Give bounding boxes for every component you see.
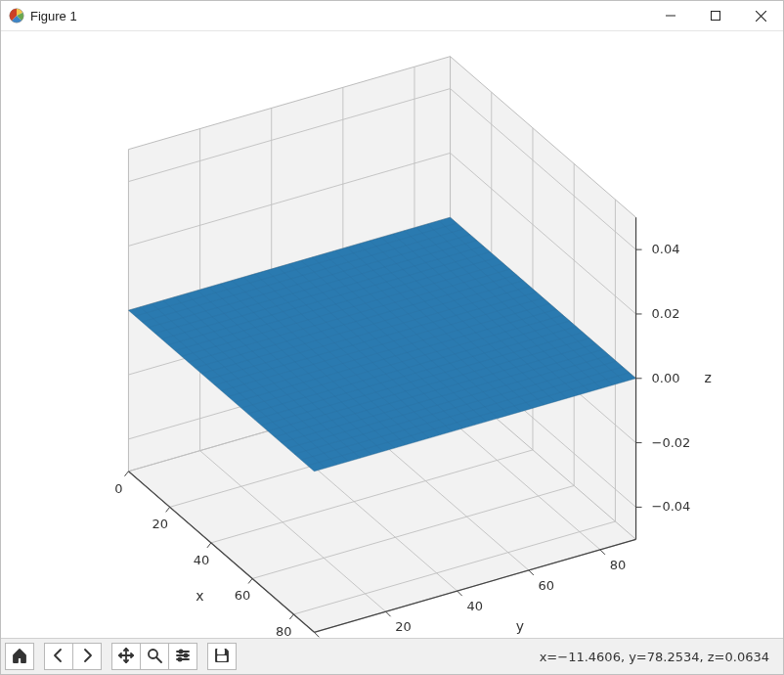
forward-button[interactable] — [72, 643, 102, 670]
svg-line-145 — [156, 657, 161, 662]
close-button[interactable] — [738, 1, 783, 30]
move-icon — [118, 648, 134, 666]
svg-line-115 — [248, 578, 252, 583]
toolbar-group-view — [111, 643, 197, 670]
save-icon — [214, 648, 230, 666]
axes-3d: 020406080020406080−0.04−0.020.000.020.04… — [1, 31, 783, 640]
svg-line-121 — [386, 611, 391, 616]
svg-text:−0.04: −0.04 — [652, 499, 691, 514]
svg-rect-2 — [712, 12, 720, 21]
toolbar-group-save — [207, 643, 237, 670]
svg-line-127 — [600, 550, 605, 555]
home-icon — [12, 648, 27, 666]
back-button[interactable] — [44, 643, 73, 670]
svg-text:−0.02: −0.02 — [652, 435, 691, 450]
svg-line-125 — [529, 570, 534, 575]
svg-line-113 — [207, 543, 211, 548]
svg-text:60: 60 — [235, 588, 251, 603]
pan-button[interactable] — [111, 643, 141, 670]
svg-line-109 — [124, 472, 128, 476]
configure-subplots-button[interactable] — [168, 643, 197, 670]
window-title: Figure 1 — [30, 9, 77, 23]
titlebar[interactable]: Figure 1 — [1, 1, 783, 31]
plot-canvas[interactable]: 020406080020406080−0.04−0.020.000.020.04… — [1, 31, 783, 638]
navigation-toolbar: x=−11.4606, y=78.2534, z=0.0634 — [1, 638, 783, 674]
arrow-right-icon — [79, 648, 95, 666]
toolbar-group-home — [5, 643, 34, 670]
svg-rect-153 — [218, 656, 226, 660]
svg-text:20: 20 — [152, 517, 168, 531]
svg-text:0.02: 0.02 — [652, 306, 680, 321]
minimize-button[interactable] — [648, 1, 693, 30]
svg-text:z: z — [705, 370, 712, 385]
svg-text:0.04: 0.04 — [652, 242, 680, 256]
coord-readout: x=−11.4606, y=78.2534, z=0.0634 — [540, 650, 779, 664]
svg-text:x: x — [196, 588, 203, 604]
svg-line-123 — [457, 591, 462, 596]
svg-line-111 — [166, 507, 170, 512]
toolbar-group-nav — [44, 643, 102, 670]
svg-text:40: 40 — [194, 553, 210, 567]
svg-text:60: 60 — [539, 578, 555, 593]
svg-text:y: y — [516, 618, 524, 634]
zoom-button[interactable] — [140, 643, 169, 670]
svg-text:20: 20 — [395, 619, 412, 634]
app-window: Figure 1 020406080020406080−0.04−0.020.0… — [0, 0, 784, 675]
sliders-icon — [175, 648, 191, 666]
svg-rect-152 — [218, 650, 224, 653]
svg-text:0: 0 — [114, 481, 122, 496]
save-button[interactable] — [207, 643, 237, 670]
matplotlib-icon — [9, 8, 24, 23]
svg-text:80: 80 — [610, 558, 627, 572]
svg-text:40: 40 — [466, 599, 483, 613]
svg-text:0.00: 0.00 — [652, 371, 680, 385]
svg-line-119 — [314, 632, 319, 637]
home-button[interactable] — [5, 643, 34, 670]
maximize-button[interactable] — [693, 1, 738, 30]
svg-line-117 — [289, 614, 293, 619]
zoom-icon — [147, 648, 162, 666]
svg-text:80: 80 — [276, 624, 292, 639]
arrow-left-icon — [51, 648, 66, 666]
